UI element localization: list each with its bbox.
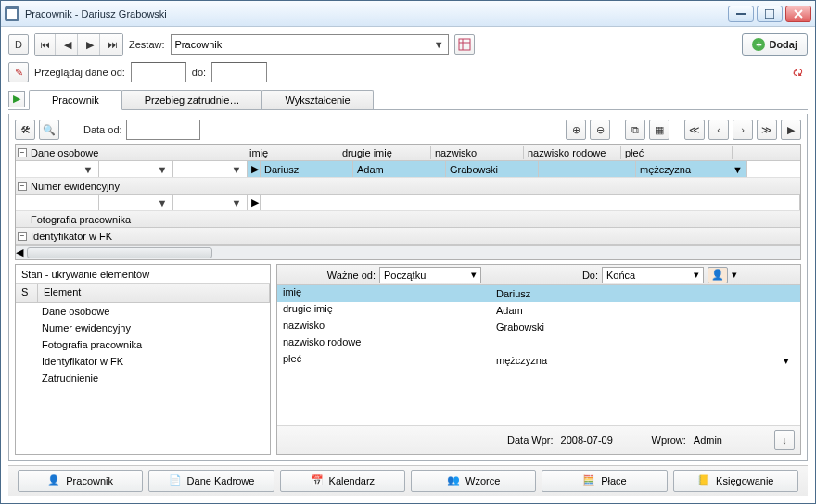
tab-strip: ▶ Pracownik Przebieg zatrudnie… Wykształ…: [8, 88, 808, 110]
apptab-pracownik[interactable]: 👤Pracownik: [18, 470, 143, 492]
edit-button[interactable]: ✎: [8, 62, 29, 82]
col-drugie[interactable]: drugie imię: [338, 146, 431, 159]
do-combo[interactable]: Końca▾: [602, 267, 704, 284]
detail-row[interactable]: drugie imięAdam: [277, 302, 800, 319]
col-element[interactable]: Element: [38, 284, 270, 302]
search-button[interactable]: 🔍: [39, 120, 59, 140]
app-icon: [5, 6, 19, 21]
down-arrow-button[interactable]: ↓: [774, 430, 795, 450]
main-panel: 🛠 🔍 Data od: ⊕ ⊖ ⧉ ▦ ≪ ‹ › ≫ ▶: [8, 114, 808, 461]
pane-title: Stan - ukrywanie elementów: [16, 265, 270, 284]
app-window: Pracownik - Dariusz Grabowski D ⏮ ◀ ▶ ⏭ …: [0, 0, 816, 504]
document-icon: 📄: [169, 474, 182, 487]
date-from-label: Przeglądaj dane od:: [34, 67, 125, 78]
bottom-tab-strip: 👤Pracownik 📄Dane Kadrowe 📅Kalendarz 👥Wzo…: [8, 465, 808, 496]
list-item[interactable]: Dane osobowe: [16, 303, 270, 320]
list-item[interactable]: Numer ewidencyjny: [16, 320, 270, 336]
data-grid: − Dane osobowe imię drugie imię nazwisko…: [15, 144, 801, 260]
detail-row[interactable]: nazwiskoGrabowski: [277, 319, 800, 335]
sync-icon[interactable]: 🗘: [787, 62, 808, 82]
table-button[interactable]: ▦: [649, 120, 669, 140]
data-od-input[interactable]: [126, 120, 200, 140]
zestaw-value: Pracownik: [175, 39, 223, 50]
remove-row-button[interactable]: ⊖: [590, 120, 610, 140]
apptab-kalendarz[interactable]: 📅Kalendarz: [280, 470, 405, 492]
plus-icon: +: [752, 38, 765, 51]
wazne-od-combo[interactable]: Początku▾: [379, 267, 481, 284]
data-row[interactable]: ▼ ▼ ▶: [16, 195, 800, 211]
apptab-ksiegowanie[interactable]: 📒Księgowanie: [673, 470, 798, 492]
close-button[interactable]: [785, 6, 811, 22]
group-numer[interactable]: − Numer ewidencyjny: [16, 178, 800, 195]
add-row-button[interactable]: ⊕: [566, 120, 586, 140]
svg-rect-0: [736, 13, 746, 15]
group-ident[interactable]: − Identyfikator w FK: [16, 228, 800, 245]
zestaw-label: Zestaw:: [129, 39, 165, 50]
detail-button[interactable]: D: [8, 34, 29, 55]
list-item[interactable]: Zatrudnienie: [16, 370, 270, 386]
minimize-button[interactable]: [728, 6, 754, 22]
svg-rect-4: [459, 39, 470, 50]
nav-next-button[interactable]: ›: [733, 120, 753, 140]
col-imie[interactable]: imię: [246, 146, 338, 159]
list-item[interactable]: Fotografia pracownika: [16, 336, 270, 353]
first-button[interactable]: ⏮: [35, 34, 56, 55]
prev-button[interactable]: ◀: [57, 34, 78, 55]
collapse-icon: −: [18, 232, 27, 241]
tab-przebieg[interactable]: Przebieg zatrudnie…: [121, 90, 263, 109]
add-button[interactable]: + Dodaj: [742, 33, 808, 56]
date-to-label: do:: [192, 67, 206, 78]
apptab-wzorce[interactable]: 👥Wzorce: [411, 470, 536, 492]
horizontal-scrollbar[interactable]: ◀: [16, 245, 800, 259]
detail-row-selected[interactable]: imięDariusz: [277, 285, 800, 302]
add-label: Dodaj: [769, 39, 797, 50]
toolbar-row-2: ✎ Przeglądaj dane od: do: 🗘: [8, 60, 808, 84]
window-title: Pracownik - Dariusz Grabowski: [25, 8, 728, 19]
nav-play-button[interactable]: ▶: [781, 120, 801, 140]
date-to-input[interactable]: [211, 62, 267, 82]
titlebar: Pracownik - Dariusz Grabowski: [1, 1, 815, 27]
data-wpr-label: Data Wpr:: [507, 435, 554, 446]
collapse-icon: −: [18, 182, 27, 191]
list-header: S Element: [16, 284, 270, 303]
detail-header: Ważne od: Początku▾ Do: Końca▾ 👤 ▾: [277, 265, 800, 285]
tab-pracownik[interactable]: Pracownik: [29, 90, 122, 110]
zestaw-combo[interactable]: Pracownik ▼: [171, 34, 449, 55]
nav-first-button[interactable]: ≪: [684, 120, 705, 140]
detail-row[interactable]: nazwisko rodowe: [277, 335, 800, 352]
copy-button[interactable]: ⧉: [625, 120, 645, 140]
apptab-dane-kadrowe[interactable]: 📄Dane Kadrowe: [148, 470, 274, 492]
list-item[interactable]: Identyfikator w FK: [16, 353, 270, 370]
col-plec[interactable]: płeć: [621, 146, 733, 159]
next-button[interactable]: ▶: [80, 34, 100, 55]
maximize-button[interactable]: [757, 6, 783, 22]
detail-row[interactable]: płećmężczyzna▾: [277, 352, 800, 369]
nav-last-button[interactable]: ≫: [757, 120, 777, 140]
collapse-icon: −: [18, 148, 27, 158]
col-s[interactable]: S: [16, 284, 38, 302]
run-button[interactable]: ▶: [8, 91, 25, 107]
calculator-icon: 🧮: [582, 474, 595, 487]
person-button[interactable]: 👤: [708, 267, 728, 284]
tools-button[interactable]: 🛠: [15, 120, 35, 140]
date-from-input[interactable]: [131, 62, 186, 82]
detail-pane: Ważne od: Początku▾ Do: Końca▾ 👤 ▾ imięD…: [276, 264, 801, 455]
group-dane-osobowe[interactable]: − Dane osobowe imię drugie imię nazwisko…: [16, 145, 800, 161]
ledger-icon: 📒: [697, 474, 710, 487]
val-drugie: Adam: [353, 161, 446, 177]
data-row-selected[interactable]: ▼ ▼ ▼ ▶ Dariusz Adam Grabowski mężczyzna…: [16, 161, 800, 178]
data-wpr-value[interactable]: 2008-07-09: [561, 435, 644, 446]
wprow-value: Admin: [694, 435, 722, 446]
apptab-place[interactable]: 🧮Płace: [542, 470, 667, 492]
do-label: Do:: [481, 270, 602, 281]
nav-prev-button[interactable]: ‹: [708, 120, 729, 140]
val-nazwisko: Grabowski: [446, 161, 539, 177]
group-foto[interactable]: Fotografia pracownika: [16, 211, 800, 228]
col-nazwisko[interactable]: nazwisko: [431, 146, 524, 159]
tab-wyksztalcenie[interactable]: Wykształcenie: [261, 90, 373, 109]
col-rodowe[interactable]: nazwisko rodowe: [524, 146, 621, 159]
val-plec[interactable]: mężczyzna▼: [636, 161, 747, 177]
last-button[interactable]: ⏭: [102, 34, 122, 55]
calendar-icon: 📅: [311, 474, 324, 487]
grid-config-button[interactable]: [454, 34, 475, 55]
